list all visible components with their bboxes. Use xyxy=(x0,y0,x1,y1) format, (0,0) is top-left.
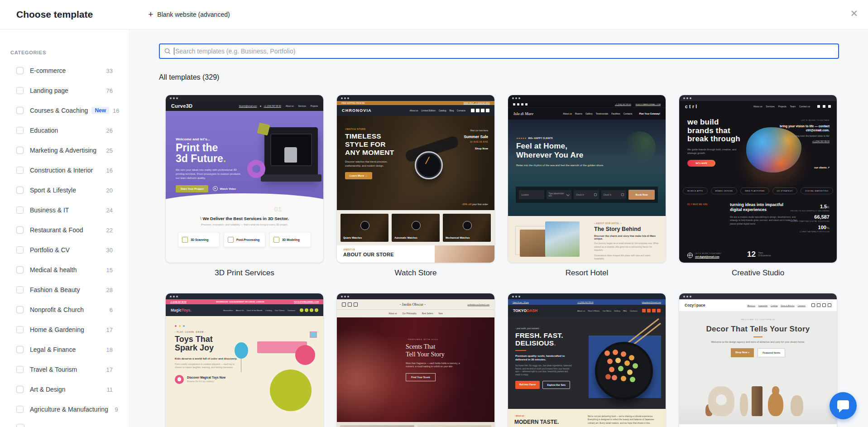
checkbox[interactable] xyxy=(16,206,24,214)
play-icon xyxy=(213,186,218,191)
checkbox[interactable] xyxy=(16,366,24,373)
product-photo xyxy=(340,425,414,427)
feature-icon xyxy=(273,237,279,243)
category-sport-lifestyle[interactable]: Sport & Lifestyle20 xyxy=(0,180,129,200)
instagram-icon xyxy=(521,103,523,106)
checkbox[interactable] xyxy=(16,147,24,154)
wood-cylinder xyxy=(752,386,762,416)
category-count: 26 xyxy=(106,127,113,134)
browser-bar xyxy=(337,95,494,101)
hotel-photo xyxy=(520,230,549,257)
checkbox[interactable] xyxy=(16,246,24,254)
category-restaurant-food[interactable]: Restaurant & Food22 xyxy=(0,220,129,240)
social-icons xyxy=(811,303,831,307)
social-icons xyxy=(300,308,318,312)
category-courses-coaching[interactable]: Courses & CoachingNew16 xyxy=(0,101,129,120)
checkbox[interactable] xyxy=(16,386,24,393)
category-travel-tourism[interactable]: Travel & Tourism17 xyxy=(0,360,129,379)
category-count: 9 xyxy=(112,406,118,413)
checkbox[interactable] xyxy=(16,87,24,94)
category-landing-page[interactable]: Landing page76 xyxy=(0,81,129,101)
twitter-icon xyxy=(486,109,489,112)
category-marketing-advertising[interactable]: Marketing & Advertising25 xyxy=(0,140,129,160)
template-search[interactable] xyxy=(159,43,839,59)
categories-sidebar: CATEGORIES E-commerce33 Landing page76 C… xyxy=(0,29,129,427)
blank-website-button[interactable]: + Blank website (advanced) xyxy=(148,11,230,19)
youtube-icon xyxy=(525,103,528,106)
category-education[interactable]: Education26 xyxy=(0,120,129,140)
checkbox[interactable] xyxy=(16,286,24,293)
template-preview: CozySpace About usInspiration CatalogNew… xyxy=(679,293,837,427)
category-construction-interior[interactable]: Construction & Interior16 xyxy=(0,160,129,180)
category-count: 30 xyxy=(106,247,113,254)
youtube-icon xyxy=(652,309,656,312)
checkbox[interactable] xyxy=(16,266,24,273)
globe-icon xyxy=(687,253,693,258)
category-count: 24 xyxy=(106,207,113,214)
product-photo xyxy=(417,425,492,427)
template-card-magictoys[interactable]: +1 (234) 567 89 90 SHOWROOM: 1234 BASEME… xyxy=(166,293,323,427)
new-badge: New xyxy=(91,107,109,114)
browser-bar xyxy=(508,293,666,299)
featured-items-button: Featured Items xyxy=(758,348,785,357)
checkbox[interactable] xyxy=(16,167,24,174)
template-card-resort-hotel[interactable]: +1 (234) 567 89 00ISLA.DI.MARE@EMAIL.COM… xyxy=(508,95,666,278)
watch-icon xyxy=(463,221,472,230)
category-nonprofit-church[interactable]: Nonprofit & Church6 xyxy=(0,300,129,320)
vase-tall xyxy=(791,395,803,416)
close-icon[interactable]: ✕ xyxy=(850,9,858,18)
checkbox[interactable] xyxy=(16,326,24,333)
watch-illustration xyxy=(415,151,443,179)
template-card-tokyodash[interactable]: Open 8 am - 10 pm +1 (234) 567 89 00 tok… xyxy=(508,293,666,427)
roll-into-flavor-button: Roll Into Flavor xyxy=(515,381,540,389)
checkbox[interactable] xyxy=(16,226,24,234)
category-portfolio-cv[interactable]: Portfolio & CV30 xyxy=(0,240,129,260)
category-agriculture-manufacturing[interactable]: Agriculture & Manufacturing9 xyxy=(0,399,129,419)
template-card-watch-store[interactable]: FREE SHIPPING FROM $50NEED HELP: +1 (234… xyxy=(337,95,494,278)
vase-donut xyxy=(708,386,734,416)
category-legal-finance[interactable]: Legal & Finance18 xyxy=(0,340,129,360)
checkbox[interactable] xyxy=(16,107,24,114)
checkbox[interactable] xyxy=(16,406,24,413)
template-card-cozyspace[interactable]: CozySpace About usInspiration CatalogNew… xyxy=(679,293,837,427)
facebook-icon xyxy=(642,309,646,312)
category-home-gardening[interactable]: Home & Gardening17 xyxy=(0,320,129,340)
plus-icon: + xyxy=(148,10,153,19)
category-count: 28 xyxy=(106,287,113,293)
chat-widget-button[interactable] xyxy=(830,392,857,419)
template-card-jardin-obscur[interactable]: - Jardin Obscur - jardinobscur@email.com… xyxy=(337,293,494,427)
facebook-icon xyxy=(300,308,303,312)
checkbox[interactable] xyxy=(16,346,24,353)
search-icon xyxy=(164,48,171,54)
category-count: 25 xyxy=(106,147,113,154)
category-fashion-beauty[interactable]: Fashion & Beauty28 xyxy=(0,280,129,300)
gift-icon xyxy=(310,331,317,338)
chat-bubble-icon xyxy=(837,400,849,409)
checkbox[interactable] xyxy=(16,187,24,194)
category-art-design[interactable]: Art & Design11 xyxy=(0,379,129,399)
template-card-creative-studio[interactable]: ctrl About usServices ProjectsTeam Conta… xyxy=(679,95,837,278)
chevron-down-icon xyxy=(566,193,570,196)
category-count: 6 xyxy=(106,307,113,313)
book-now-button: Book Now xyxy=(628,190,655,200)
watch-category-tile: Quartz Watches xyxy=(340,214,388,242)
category-ecommerce[interactable]: E-commerce33 xyxy=(0,61,129,81)
category-medical-health[interactable]: Medical & health15 xyxy=(0,260,129,280)
category-count: 76 xyxy=(106,87,113,94)
category-business-it[interactable]: Business & IT24 xyxy=(0,200,129,220)
checkbox[interactable] xyxy=(16,306,24,313)
browser-bar xyxy=(337,293,494,299)
checkout-field: Check In xyxy=(601,190,627,199)
checkbox[interactable] xyxy=(16,127,24,134)
checkbox[interactable] xyxy=(16,67,24,74)
results-heading: All templates (329) xyxy=(159,73,219,82)
youtube-icon xyxy=(822,303,826,307)
category-count: 11 xyxy=(106,386,113,393)
template-card-3d-print-services[interactable]: Curve3D 3d.print@email.com +1 (234) 567 … xyxy=(166,95,323,278)
search-input[interactable] xyxy=(175,48,834,55)
instagram-icon xyxy=(647,309,651,312)
star-rating: ★★★★★ xyxy=(516,137,526,139)
twitter-icon xyxy=(310,308,313,312)
vase-wavy xyxy=(740,393,748,416)
rabbit-icon xyxy=(175,375,184,384)
